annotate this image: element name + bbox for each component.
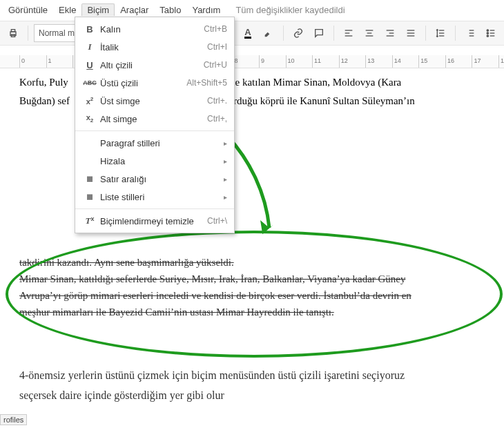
menu-goruntule[interactable]: Görüntüle	[3, 3, 53, 17]
align-center-button[interactable]	[360, 24, 378, 42]
bulleted-list-button[interactable]	[482, 24, 500, 42]
menu-item-shortcut: Alt+Shift+5	[186, 78, 227, 88]
menu-item-bi-imlendirmeyi-temizle[interactable]: TxBiçimlendirmeyi temizleCtrl+\	[75, 212, 234, 230]
menu-item-label: Biçimlendirmeyi temizle	[97, 216, 207, 226]
svg-rect-1	[11, 30, 14, 32]
menu-item-kal-n[interactable]: BKalınCtrl+B	[75, 20, 234, 38]
menu-item-hizala[interactable]: Hizala▸	[75, 152, 234, 170]
menu-item-shortcut: Ctrl+,	[207, 114, 227, 124]
menu-item-icon: I	[82, 41, 97, 52]
text-color-button[interactable]: A	[239, 24, 257, 42]
menu-item-icon: ≣	[82, 174, 97, 184]
highlight-color-button[interactable]	[260, 24, 278, 42]
submenu-arrow-icon: ▸	[224, 193, 227, 201]
menu-yardim[interactable]: Yardım	[186, 3, 226, 17]
menu-item-icon: ≣	[82, 192, 97, 202]
separator	[455, 26, 456, 41]
menu-item-sat-r-aral-[interactable]: ≣Satır aralığı▸	[75, 170, 234, 188]
instruction-line2: seçersek daire içinde gösterdiğim yer gi…	[19, 386, 490, 406]
menu-item-label: İtalik	[97, 42, 207, 52]
doc-line1a: Korfu, Puly	[19, 77, 68, 88]
menu-item-label: Kalın	[97, 24, 204, 35]
menu-item-alt-izili[interactable]: UAltı çiziliCtrl+U	[75, 56, 234, 74]
menu-item-icon: ABC	[82, 79, 97, 86]
menu-item-paragraf-stilleri[interactable]: Paragraf stilleri▸	[75, 134, 234, 152]
menu-item-i-talik[interactable]: IİtalikCtrl+I	[75, 38, 234, 56]
menu-item-label: Hizala	[97, 156, 224, 166]
doc-line1b: ine katılan Mimar Sinan, Moldovya (Kara	[227, 77, 401, 88]
align-justify-button[interactable]	[402, 24, 420, 42]
svg-point-22	[487, 32, 488, 34]
align-right-button[interactable]	[381, 24, 399, 42]
menu-item-label: Alt simge	[97, 114, 207, 124]
insert-link-button[interactable]	[289, 24, 307, 42]
strike-line: Avrupa’yı görüp mimari eserleri inceledi…	[19, 290, 411, 301]
menu-item-shortcut: Ctrl+B	[204, 24, 227, 34]
menu-ekle[interactable]: Ekle	[53, 3, 81, 17]
instruction-line1: 4-önemsiz yerlerin üstünü çizmek için bi…	[19, 366, 490, 386]
menu-item-label: Üst simge	[97, 96, 207, 106]
separator	[333, 26, 334, 41]
numbered-list-button[interactable]	[461, 24, 479, 42]
submenu-arrow-icon: ▸	[224, 139, 227, 147]
menu-item-icon: U	[82, 60, 97, 70]
strikethrough-sample-block[interactable]: takdirini kazandı. Aynı sene başmimarlığ…	[19, 254, 483, 320]
menu-item--st-izili[interactable]: ABCÜstü çiziliAlt+Shift+5	[75, 74, 234, 92]
align-left-button[interactable]	[340, 24, 358, 42]
separator	[425, 26, 426, 41]
menu-item-label: Liste stilleri	[97, 192, 224, 202]
separator	[28, 26, 28, 41]
svg-point-23	[487, 35, 488, 37]
print-button[interactable]	[4, 24, 22, 42]
doc-line2a: Buğdan) sef	[19, 95, 70, 106]
menu-item-label: Altı çizili	[97, 60, 204, 70]
format-dropdown: BKalınCtrl+BIİtalikCtrl+IUAltı çiziliCtr…	[75, 17, 235, 233]
menu-item-liste-stilleri[interactable]: ≣Liste stilleri▸	[75, 188, 234, 206]
menu-item-icon: Tx	[82, 215, 97, 226]
menubar: Görüntüle Ekle Biçim Araçlar Tablo Yardı…	[0, 3, 504, 17]
menu-araclar[interactable]: Araçlar	[115, 3, 154, 17]
menu-item-label: Satır aralığı	[97, 174, 224, 184]
separator	[283, 26, 284, 41]
strike-line: takdirini kazandı. Aynı sene başmimarlığ…	[19, 257, 234, 268]
menu-item-icon: B	[82, 24, 97, 35]
line-spacing-button[interactable]	[432, 24, 449, 42]
insert-comment-button[interactable]	[310, 24, 328, 42]
menu-item-label: Paragraf stilleri	[97, 138, 224, 148]
menu-item-icon: x2	[82, 113, 97, 124]
menu-item-shortcut: Ctrl+.	[207, 96, 227, 106]
strike-line: meşhur mimarları ile Bayezid Camii’nin u…	[19, 307, 334, 318]
menu-item-label: Üstü çizili	[97, 78, 186, 88]
menu-item-alt-simge[interactable]: x2Alt simgeCtrl+,	[75, 110, 234, 128]
doc-line2b: kurduğu köprü ile Kanunî Sultan Süleyman…	[223, 95, 415, 106]
menu-separator	[75, 130, 234, 131]
menu-tablo[interactable]: Tablo	[154, 3, 186, 17]
menu-item--st-simge[interactable]: x2Üst simgeCtrl+.	[75, 92, 234, 110]
svg-point-21	[487, 30, 488, 31]
submenu-arrow-icon: ▸	[224, 157, 227, 165]
status-chip: rofiles	[0, 414, 27, 425]
menu-item-shortcut: Ctrl+U	[204, 60, 227, 70]
menu-separator	[75, 208, 234, 209]
autosave-status: Tüm değişiklikler kaydedildi	[235, 5, 345, 15]
instruction-text[interactable]: 4-önemsiz yerlerin üstünü çizmek için bi…	[19, 366, 490, 406]
menu-item-icon: x2	[82, 96, 97, 106]
menu-bicim[interactable]: Biçim	[81, 3, 115, 16]
submenu-arrow-icon: ▸	[224, 175, 227, 183]
menu-item-shortcut: Ctrl+I	[207, 42, 227, 52]
menu-item-shortcut: Ctrl+\	[207, 216, 227, 226]
strike-line: Mimar Sinan, katıldığı seferlerde Suriye…	[19, 273, 406, 284]
